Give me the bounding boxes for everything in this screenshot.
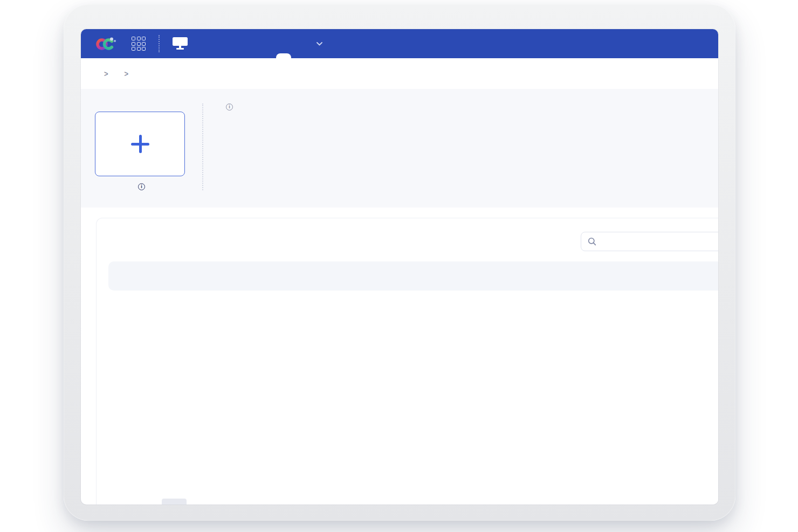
create-new-card[interactable] <box>95 112 185 176</box>
table-header <box>108 261 718 291</box>
chevron-down-icon <box>317 42 322 46</box>
nav-item-metrics[interactable] <box>242 29 270 58</box>
search-icon <box>588 237 596 246</box>
partial-element <box>162 499 187 505</box>
app-grid-icon[interactable] <box>132 37 146 51</box>
section-divider <box>202 103 203 190</box>
create-section <box>81 89 718 208</box>
breadcrumb: > > <box>81 58 718 89</box>
search-input[interactable] <box>601 237 718 246</box>
suggested-experiences-title <box>222 103 704 110</box>
info-icon[interactable] <box>226 103 233 110</box>
info-icon[interactable] <box>138 183 145 190</box>
nav-item-assets[interactable] <box>298 29 336 58</box>
nav-items <box>214 29 336 58</box>
nav-divider <box>159 35 160 52</box>
plus-icon <box>131 135 149 153</box>
app-screen: > > <box>81 29 718 505</box>
top-navbar <box>81 29 718 58</box>
breadcrumb-chevron-icon: > <box>125 69 129 78</box>
nav-item-experiences[interactable] <box>270 29 298 58</box>
all-experiences-panel <box>96 218 718 505</box>
breadcrumb-chevron-icon: > <box>104 69 108 78</box>
app-logo-icon[interactable] <box>95 36 118 52</box>
create-new-label <box>95 183 185 190</box>
monitor-icon[interactable] <box>173 37 188 50</box>
tablet-frame: > > <box>64 4 735 521</box>
search-box[interactable] <box>581 232 718 251</box>
nav-item-digital-experience-home[interactable] <box>214 29 242 58</box>
